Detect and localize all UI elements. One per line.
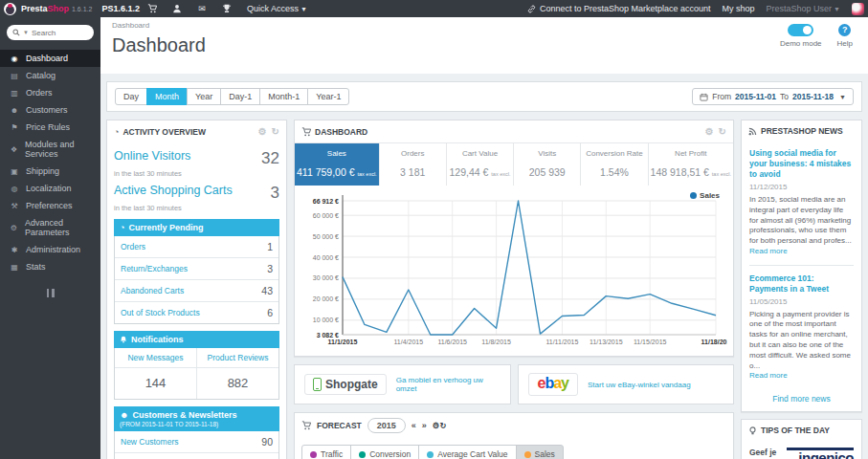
tab-traffic[interactable]: Traffic [301,445,351,459]
active-carts-link[interactable]: Active Shopping Carts [114,184,233,197]
refresh-icon[interactable]: ↻ [439,421,446,430]
page-header: Dashboard Dashboard Demo mode ? Help [100,17,868,74]
find-more-news-link[interactable]: Find more news [742,388,861,411]
advanced-parameters-icon: ⚙ [10,224,18,232]
sidebar: ▼ ◉ Dashboard ▤ Catalog ▥ Orders ☻ Custo… [0,17,100,459]
period-month-1-button[interactable]: Month-1 [259,88,308,105]
quick-access-menu[interactable]: Quick Access▼ [247,4,307,13]
rss-icon [748,127,757,136]
user-icon[interactable] [165,4,189,13]
kpi-visits[interactable]: Visits 205 939 [514,143,581,186]
period-month-button[interactable]: Month [146,88,188,105]
chevron-down-icon: ▼ [300,6,307,12]
date-range-picker[interactable]: From 2015-11-01 To 2015-11-18 ▼ [692,88,854,105]
shipping-icon: ▣ [10,167,19,176]
svg-text:10 000 €: 10 000 € [313,317,339,323]
trophy-icon[interactable] [214,4,239,13]
sidebar-item-price-rules[interactable]: ⚑ Price Rules [0,119,100,136]
prestashop-logo[interactable] [4,3,16,15]
pending-out-of-stock-link[interactable]: Out of Stock Products [121,308,200,317]
sidebar-item-dashboard[interactable]: ◉ Dashboard [0,50,100,67]
tab-conversion[interactable]: Conversion [350,445,419,459]
my-shop-link[interactable]: My shop [723,4,755,13]
news-article-title[interactable]: Using social media for your business: 4 … [749,148,854,180]
user-menu[interactable]: PrestaShop User▼ [767,4,840,13]
pending-orders-link[interactable]: Orders [121,242,145,251]
pending-section-header: ◔Currently Pending [114,219,279,236]
chevron-down-icon: ▼ [839,94,846,100]
help-icon[interactable]: ? [838,24,851,36]
sidebar-item-advanced-parameters[interactable]: ⚙ Advanced Parameters [0,214,100,241]
calendar-icon [700,93,708,101]
clock-icon: ◔ [120,223,124,232]
breadcrumb[interactable]: Dashboard [100,17,868,30]
sidebar-search[interactable]: ▼ [7,25,94,40]
period-day-1-button[interactable]: Day-1 [220,88,260,105]
period-year-button[interactable]: Year [187,88,221,105]
kpi-row: Sales 411 759,00 € tax excl. Orders 3 18… [295,142,733,186]
sidebar-item-modules[interactable]: ❖ Modules and Services [0,136,100,163]
new-customers-link[interactable]: New Customers [121,437,178,447]
price-rules-icon: ⚑ [10,123,19,132]
tab-average-cart-value[interactable]: Average Cart Value [418,445,516,459]
period-year-1-button[interactable]: Year-1 [307,88,349,105]
new-messages-link[interactable]: New Messages [115,348,196,368]
chevron-down-icon[interactable]: ▼ [23,30,29,35]
demo-mode-toggle[interactable] [788,24,813,36]
refresh-icon[interactable]: ↻ [272,126,279,137]
sidebar-item-catalog[interactable]: ▤ Catalog [0,67,100,84]
news-article-title[interactable]: Ecommerce 101: Payments in a Tweet [749,273,854,295]
online-visitors-value: 32 [261,149,279,168]
sidebar-item-administration[interactable]: ✱ Administration [0,241,100,258]
kpi-sales[interactable]: Sales 411 759,00 € tax excl. [295,143,380,186]
kpi-orders[interactable]: Orders 3 181 [380,143,447,186]
tips-panel-title: TIPS OF THE DAY [761,426,830,435]
sidebar-item-stats[interactable]: ▦ Stats [0,258,100,275]
next-year-button[interactable]: » [422,421,427,430]
kpi-cart-value[interactable]: Cart Value 129,44 € tax excl. [447,143,514,186]
svg-text:11/1/2015: 11/1/2015 [328,339,358,345]
mail-icon[interactable]: ✉ [189,4,214,13]
kpi-net-profit[interactable]: Net Profit 148 918,51 € tax excl. [649,143,733,186]
active-carts-value: 3 [271,184,279,203]
cart-icon[interactable] [140,4,165,13]
pending-returns-link[interactable]: Return/Exchanges [121,264,188,273]
ebay-module-card: ebay Start uw eBay-winkel vandaag [518,364,735,404]
sidebar-item-orders[interactable]: ▥ Orders [0,84,100,101]
forecast-year[interactable]: 2015 [367,418,406,433]
customers-table: New Customers 90 New Subscriptions 18 To… [114,431,279,459]
period-day-button[interactable]: Day [115,88,147,105]
search-input[interactable] [32,29,81,37]
gear-icon[interactable]: ⚙ [258,126,267,137]
read-more-link[interactable]: Read more [749,247,788,255]
svg-text:11/18/201: 11/18/201 [701,339,727,345]
product-reviews-link[interactable]: Product Reviews [197,348,278,368]
svg-text:3 082 €: 3 082 € [317,332,339,339]
pending-table: Orders 1 Return/Exchanges 3 Abandoned Ca… [114,236,279,324]
new-messages-value: 144 [115,368,196,399]
previous-year-button[interactable]: « [412,421,416,430]
marketplace-link[interactable]: Connect to PrestaShop Marketplace accoun… [527,4,711,13]
ebay-link[interactable]: Start uw eBay-winkel vandaag [588,381,691,389]
gear-icon[interactable]: ⚙ [705,126,714,137]
svg-text:11/6/2015: 11/6/2015 [437,339,467,345]
sidebar-item-shipping[interactable]: ▣ Shipping [0,163,100,180]
kpi-conversion-rate[interactable]: Conversion Rate 1.54% [581,143,648,186]
read-more-link[interactable]: Read more [749,371,788,380]
sidebar-item-customers[interactable]: ☻ Customers [0,101,100,119]
shop-name[interactable]: PS1.6.1.2 [101,4,140,13]
sidebar-collapse-button[interactable] [45,289,56,297]
sidebar-item-preferences[interactable]: ⚒ Preferences [0,197,100,214]
refresh-icon[interactable]: ↻ [719,126,726,137]
shopgate-link[interactable]: Ga mobiel en verhoog uw omzet [396,376,501,393]
brand-text: PrestaShop1.6.1.2 [21,4,92,13]
dashboard-panel: DASHBOARD ⚙↻ Sales 411 759,00 € tax excl… [294,120,734,357]
avatar[interactable] [852,3,864,15]
stats-icon: ▦ [10,263,19,272]
sidebar-item-localization[interactable]: ◍ Localization [0,180,100,197]
online-visitors-link[interactable]: Online Visitors [114,149,190,163]
pending-abandoned-carts-link[interactable]: Abandoned Carts [121,286,184,295]
tab-sales[interactable]: Sales [516,445,564,459]
prestashop-news-panel: PRESTASHOP NEWS Using social media for y… [741,120,862,412]
help-label: Help [837,39,853,48]
